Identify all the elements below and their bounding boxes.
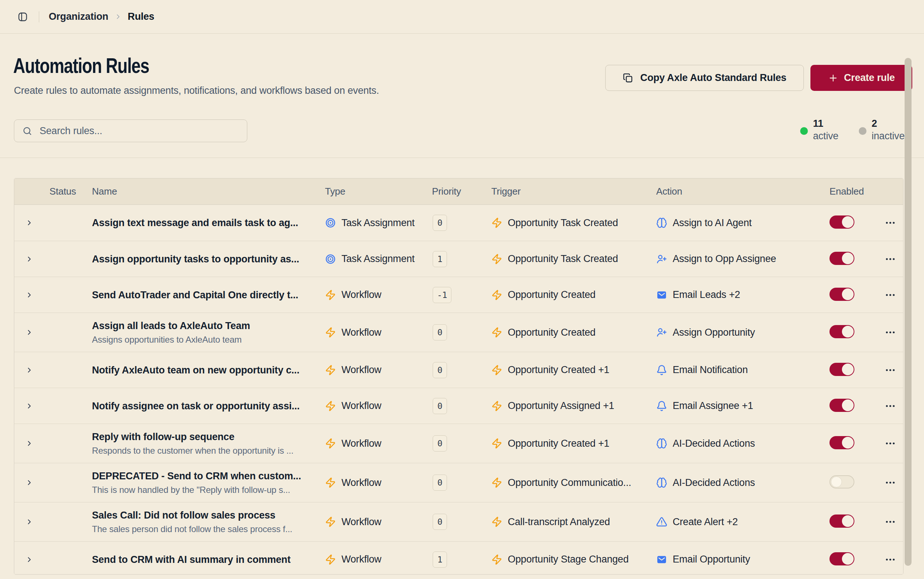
enabled-toggle[interactable]	[829, 288, 854, 301]
enabled-toggle[interactable]	[829, 436, 854, 449]
expand-chevron-icon[interactable]	[14, 479, 49, 487]
table-body: Assign text message and emails task to a…	[14, 205, 903, 575]
row-menu-button[interactable]	[885, 477, 896, 489]
priority-badge: 1	[433, 251, 447, 267]
trigger-label: Opportunity Task Created	[508, 217, 618, 229]
trigger-label: Opportunity Created +1	[508, 364, 609, 376]
zap-icon	[325, 327, 336, 338]
expand-chevron-icon[interactable]	[14, 402, 49, 410]
priority-badge: 0	[433, 398, 447, 414]
type-label: Workflow	[341, 400, 381, 412]
zap-icon	[491, 254, 502, 265]
bell-icon	[656, 365, 667, 376]
zap-icon	[491, 217, 502, 228]
enabled-toggle[interactable]	[829, 363, 854, 376]
top-bar: Organization Rules	[0, 0, 924, 34]
table-row[interactable]: DEPRECATED - Send to CRM when custom... …	[14, 463, 903, 502]
row-menu-button[interactable]	[885, 400, 896, 412]
zap-icon	[491, 365, 502, 376]
trigger-label: Opportunity Created +1	[508, 438, 609, 449]
expand-chevron-icon[interactable]	[14, 219, 49, 227]
expand-chevron-icon[interactable]	[14, 291, 49, 299]
user-plus-icon	[656, 254, 667, 265]
trigger-label: Opportunity Communicatio...	[508, 477, 631, 489]
row-menu-button[interactable]	[885, 289, 896, 301]
sidebar-toggle-icon[interactable]	[15, 9, 31, 25]
type-label: Workflow	[341, 516, 381, 528]
zap-icon	[491, 477, 502, 488]
row-menu-button[interactable]	[885, 516, 896, 528]
mail-icon	[656, 554, 667, 565]
enabled-toggle[interactable]	[829, 475, 854, 489]
rule-name: Reply with follow-up sequence	[92, 430, 316, 443]
rule-description: Assigns opportunities to AxleAuto team	[92, 334, 316, 345]
action-label: Email Leads +2	[673, 289, 740, 301]
table-row[interactable]: Send to CRM with AI summary in comment W…	[14, 541, 903, 575]
table-row[interactable]: Reply with follow-up sequence Responds t…	[14, 424, 903, 463]
search-input[interactable]	[39, 125, 238, 137]
row-menu-button[interactable]	[885, 364, 896, 376]
topbar-divider	[39, 11, 39, 22]
col-priority: Priority	[432, 186, 476, 197]
row-menu-button[interactable]	[885, 554, 896, 566]
priority-badge: 0	[433, 215, 447, 231]
table-row[interactable]: Send AutoTrader and Capital One directly…	[14, 277, 903, 312]
rule-name: Assign opportunity tasks to opportunity …	[92, 253, 316, 265]
zap-icon	[491, 290, 502, 301]
active-count: 11	[813, 117, 838, 130]
expand-chevron-icon[interactable]	[14, 518, 49, 526]
zap-icon	[491, 516, 502, 527]
rules-table: Status Name Type Priority Trigger Action…	[14, 178, 903, 575]
enabled-toggle[interactable]	[829, 252, 854, 265]
row-menu-button[interactable]	[885, 438, 896, 449]
trigger-label: Opportunity Assigned +1	[508, 400, 614, 412]
breadcrumb-organization[interactable]: Organization	[49, 11, 108, 22]
rule-description: This is now handled by the "Reply with f…	[92, 484, 316, 496]
col-type: Type	[325, 186, 432, 197]
inactive-dot	[859, 127, 867, 135]
copy-standard-rules-button[interactable]: Copy Axle Auto Standard Rules	[605, 65, 804, 91]
trigger-label: Opportunity Stage Changed	[508, 554, 629, 565]
zap-icon	[325, 401, 336, 412]
type-label: Task Assignment	[341, 217, 415, 229]
table-row[interactable]: Assign text message and emails task to a…	[14, 205, 903, 241]
table-header: Status Name Type Priority Trigger Action…	[14, 178, 903, 205]
plus-icon	[828, 73, 838, 83]
expand-chevron-icon[interactable]	[14, 328, 49, 336]
create-rule-button[interactable]: Create rule	[810, 65, 912, 91]
rule-name: Send AutoTrader and Capital One directly…	[92, 289, 316, 301]
table-row[interactable]: Assign all leads to AxleAuto Team Assign…	[14, 312, 903, 352]
vertical-scrollbar-thumb[interactable]	[904, 58, 911, 566]
rule-description: The sales person did not follow the sale…	[92, 523, 316, 535]
expand-chevron-icon[interactable]	[14, 366, 49, 374]
table-row[interactable]: Assign opportunity tasks to opportunity …	[14, 241, 903, 277]
priority-badge: 0	[433, 435, 447, 451]
zap-icon	[491, 554, 502, 565]
row-menu-button[interactable]	[885, 217, 896, 229]
enabled-toggle[interactable]	[829, 515, 854, 528]
section-divider	[0, 157, 924, 158]
action-label: Email Assignee +1	[673, 400, 753, 412]
action-label: AI-Decided Actions	[673, 438, 755, 449]
automation-rules-page: { "topbar": { "breadcrumb": ["Organizati…	[0, 0, 924, 579]
enabled-toggle[interactable]	[829, 325, 854, 338]
type-label: Workflow	[341, 327, 381, 338]
priority-badge: 0	[433, 514, 447, 530]
enabled-toggle[interactable]	[829, 216, 854, 229]
create-button-label: Create rule	[844, 72, 895, 83]
expand-chevron-icon[interactable]	[14, 439, 49, 447]
col-action: Action	[641, 186, 820, 197]
action-label: Assign to AI Agent	[673, 217, 752, 229]
inactive-label: inactive	[872, 130, 904, 142]
table-row[interactable]: Notify assignee on task or opportunity a…	[14, 388, 903, 424]
row-menu-button[interactable]	[885, 253, 896, 265]
enabled-toggle[interactable]	[829, 399, 854, 412]
breadcrumb-rules[interactable]: Rules	[128, 11, 155, 22]
expand-chevron-icon[interactable]	[14, 255, 49, 263]
enabled-toggle[interactable]	[829, 552, 854, 566]
table-row[interactable]: Notify AxleAuto team on new opportunity …	[14, 352, 903, 388]
row-menu-button[interactable]	[885, 327, 896, 338]
expand-chevron-icon[interactable]	[14, 556, 49, 564]
table-row[interactable]: Sales Call: Did not follow sales process…	[14, 502, 903, 541]
priority-badge: 1	[433, 551, 447, 568]
